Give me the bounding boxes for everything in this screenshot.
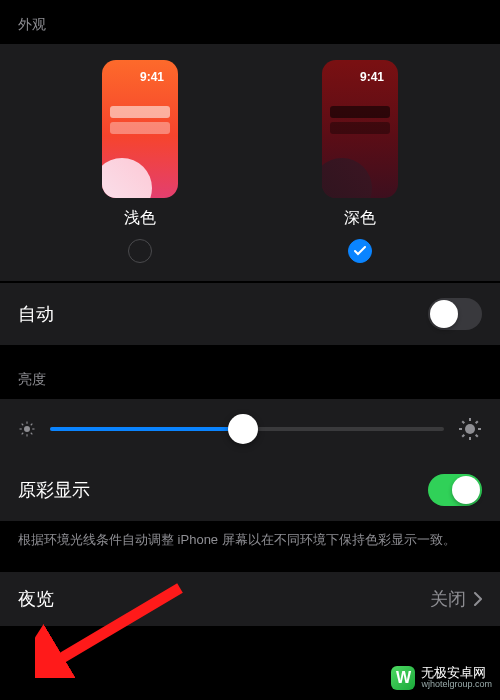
preview-clock: 9:41 [140,70,164,84]
light-label: 浅色 [124,208,156,229]
brightness-slider-fill [50,427,243,431]
watermark-logo-icon: W [391,666,415,690]
svg-line-17 [476,421,478,423]
true-tone-footer-note: 根据环境光线条件自动调整 iPhone 屏幕以在不同环境下保持色彩显示一致。 [0,521,500,572]
automatic-label: 自动 [18,302,54,326]
dark-label: 深色 [344,208,376,229]
automatic-row[interactable]: 自动 [0,283,500,345]
svg-line-7 [22,433,24,435]
brightness-slider-thumb[interactable] [228,414,258,444]
appearance-options: 9:41 浅色 9:41 深色 [0,60,500,263]
dark-radio[interactable] [348,239,372,263]
automatic-switch[interactable] [428,298,482,330]
true-tone-row[interactable]: 原彩显示 [0,459,500,521]
night-shift-row[interactable]: 夜览 关闭 [0,572,500,626]
svg-line-5 [22,424,24,426]
svg-line-8 [31,424,33,426]
night-shift-value: 关闭 [430,587,466,611]
watermark: W 无极安卓网 wjhotelgroup.com [391,666,492,690]
chevron-right-icon [474,592,482,606]
true-tone-switch[interactable] [428,474,482,506]
svg-line-6 [31,433,33,435]
night-shift-value-area: 关闭 [430,587,482,611]
appearance-section-header: 外观 [0,0,500,44]
appearance-panel: 9:41 浅色 9:41 深色 [0,44,500,281]
brightness-section-header: 亮度 [0,345,500,399]
watermark-title: 无极安卓网 [421,666,492,680]
watermark-subtitle: wjhotelgroup.com [421,680,492,690]
svg-line-16 [462,435,464,437]
brightness-low-icon [18,420,36,438]
night-shift-label: 夜览 [18,587,54,611]
appearance-option-dark[interactable]: 9:41 深色 [322,60,398,263]
light-preview-thumbnail: 9:41 [102,60,178,198]
brightness-panel [0,399,500,459]
svg-line-15 [476,435,478,437]
appearance-option-light[interactable]: 9:41 浅色 [102,60,178,263]
preview-clock: 9:41 [360,70,384,84]
svg-point-0 [24,426,30,432]
brightness-high-icon [458,417,482,441]
svg-point-9 [465,424,475,434]
light-radio[interactable] [128,239,152,263]
brightness-slider[interactable] [50,427,444,431]
svg-line-14 [462,421,464,423]
true-tone-label: 原彩显示 [18,478,90,502]
dark-preview-thumbnail: 9:41 [322,60,398,198]
